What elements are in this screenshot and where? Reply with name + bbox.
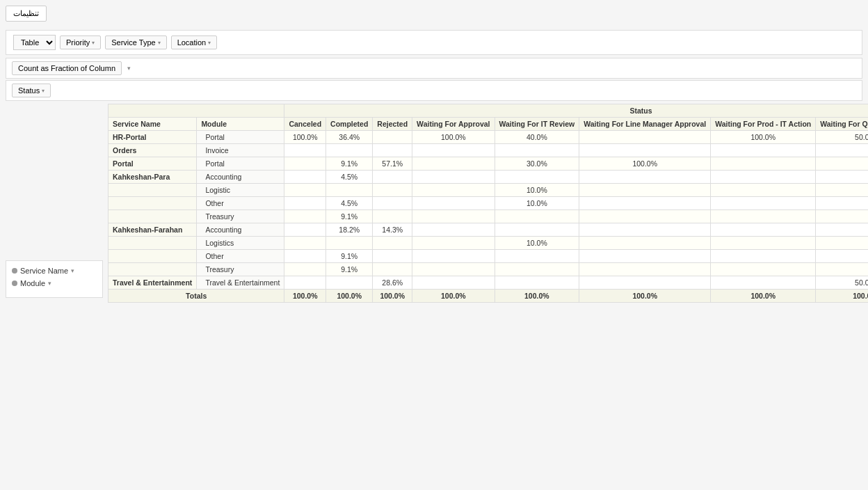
cell-completed [326,184,373,197]
totals-waiting-prod: 100.0% [711,290,816,303]
cell-completed [326,144,373,157]
module-dot-icon [12,280,17,286]
cell-module: Treasury [197,263,284,276]
cell-waiting-line [579,131,711,144]
measure-button[interactable]: Count as Fraction of Column [12,61,122,75]
status-filter[interactable]: Status ▾ [12,84,51,97]
cell-waiting-prod [711,144,816,157]
cell-waiting-prod [711,157,816,171]
settings-button[interactable]: تنظیمات [6,6,47,22]
cell-waiting-approval [412,184,495,197]
cell-canceled [284,250,326,263]
cell-waiting-it [495,263,579,276]
cell-waiting-line [579,237,711,250]
cell-waiting-approval [412,171,495,184]
cell-waiting-line [579,210,711,223]
cell-waiting-prod [711,250,816,263]
totals-rejected: 100.0% [373,290,412,303]
cell-rejected [373,171,412,184]
cell-module: Portal [197,131,284,144]
cell-waiting-it [495,223,579,237]
service-type-filter[interactable]: Service Type ▾ [105,35,166,49]
cell-waiting-qa-it [816,157,868,171]
cell-waiting-line [579,263,711,276]
cell-waiting-qa-it [816,223,868,237]
cell-completed: 9.1% [326,263,373,276]
col-waiting-prod: Waiting For Prod - IT Action [711,118,816,131]
main-content: Status Service Name Module Canceled Comp… [108,104,862,303]
cell-waiting-line [579,276,711,290]
cell-waiting-approval [412,223,495,237]
cell-waiting-approval [412,157,495,171]
cell-waiting-qa-it [816,184,868,197]
cell-module: Other [197,250,284,263]
cell-waiting-it: 30.0% [495,157,579,171]
priority-filter[interactable]: Priority ▾ [60,35,101,49]
cell-waiting-it [495,210,579,223]
cell-canceled [284,263,326,276]
table-row: Logistic 10.0% 2.0% [108,184,869,197]
cell-waiting-approval [412,263,495,276]
cell-canceled [284,210,326,223]
cell-service-name: HR-Portal [108,131,197,144]
table-row: Portal Portal 9.1% 57.1% 30.0% 100.0% 20… [108,157,869,171]
cell-waiting-line [579,184,711,197]
cell-completed [326,237,373,250]
cell-canceled [284,237,326,250]
cell-service-name: Kahkeshan-Para [108,171,197,184]
cell-waiting-line [579,250,711,263]
location-filter[interactable]: Location ▾ [171,35,218,49]
cell-service-name [108,210,197,223]
cell-canceled [284,171,326,184]
col-completed: Completed [326,118,373,131]
cell-rejected [373,131,412,144]
col-rejected: Rejected [373,118,412,131]
cell-waiting-line [579,144,711,157]
totals-canceled: 100.0% [284,290,326,303]
cell-waiting-it: 10.0% [495,237,579,250]
cell-rejected [373,250,412,263]
empty-header [108,104,284,118]
cell-module: Invoice [197,144,284,157]
sidebar-item-service-name[interactable]: Service Name ▾ [12,267,97,275]
cell-rejected [373,197,412,210]
pivot-table: Status Service Name Module Canceled Comp… [108,104,868,303]
table-row: HR-Portal Portal 100.0% 36.4% 100.0% 40.… [108,131,869,144]
cell-waiting-it: 40.0% [495,131,579,144]
cell-canceled [284,144,326,157]
cell-waiting-qa-it [816,171,868,184]
sidebar-item-module[interactable]: Module ▾ [12,279,97,287]
totals-completed: 100.0% [326,290,373,303]
cell-service-name [108,250,197,263]
cell-service-name: Kahkeshan-Farahan [108,223,197,237]
cell-waiting-it: 10.0% [495,184,579,197]
cell-waiting-qa-it [816,263,868,276]
cell-waiting-prod [711,223,816,237]
left-sidebar: Service Name ▾ Module ▾ [6,260,103,298]
cell-module: Accounting [197,171,284,184]
cell-rejected [373,144,412,157]
totals-waiting-approval: 100.0% [412,290,495,303]
cell-rejected [373,210,412,223]
cell-waiting-prod [711,237,816,250]
col-waiting-line: Waiting For Line Manager Approval [579,118,711,131]
cell-rejected [373,263,412,276]
cell-canceled [284,197,326,210]
cell-service-name [108,184,197,197]
cell-service-name: Travel & Entertainment [108,276,197,290]
table-row: Kahkeshan-Para Accounting 4.5% 2.0% [108,171,869,184]
cell-waiting-qa-it [816,197,868,210]
cell-completed: 9.1% [326,250,373,263]
status-arrow-icon: ▾ [42,88,45,94]
cell-service-name: Orders [108,144,197,157]
cell-module: Logistics [197,237,284,250]
service-name-expand-icon: ▾ [71,267,74,274]
view-bar: Count as Fraction of Column ▾ [6,58,862,79]
filter-bar: Table List Pivot Priority ▾ Service Type… [6,30,862,55]
cell-waiting-approval [412,276,495,290]
view-select[interactable]: Table List Pivot [13,35,56,50]
cell-module: Accounting [197,223,284,237]
totals-waiting-qa-it: 100.0% [816,290,868,303]
col-module: Module [197,118,284,131]
cell-waiting-prod [711,197,816,210]
